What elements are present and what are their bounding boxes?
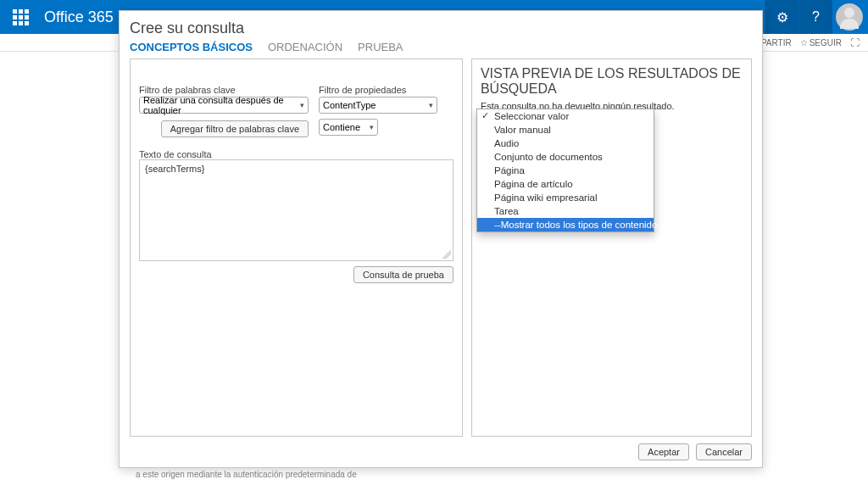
content-type-dropdown: Seleccionar valor Valor manual Audio Con… — [476, 109, 654, 232]
keyword-filter-select[interactable]: Realizar una consulta después de cualqui… — [139, 97, 309, 114]
property-filter-select[interactable]: ContentType ▾ — [319, 97, 437, 114]
preview-title: VISTA PREVIA DE LOS RESULTADOS DE BÚSQUE… — [481, 66, 743, 98]
dialog-footer: Aceptar Cancelar — [130, 437, 752, 460]
help-button[interactable]: ? — [798, 0, 832, 34]
add-keyword-filter-button[interactable]: Agregar filtro de palabras clave — [161, 120, 309, 137]
basics-panel: Filtro de palabras clave Realizar una co… — [130, 59, 463, 437]
dropdown-option[interactable]: Audio — [477, 137, 654, 150]
dialog-title: Cree su consulta — [130, 20, 752, 37]
dropdown-option[interactable]: Seleccionar valor — [477, 109, 654, 123]
dialog-columns: Filtro de palabras clave Realizar una co… — [130, 59, 752, 437]
tab-basics[interactable]: CONCEPTOS BÁSICOS — [130, 41, 253, 53]
avatar[interactable] — [836, 3, 863, 31]
query-builder-dialog: Cree su consulta CONCEPTOS BÁSICOS ORDEN… — [119, 10, 763, 468]
property-filter-label: Filtro de propiedades — [319, 85, 437, 95]
chevron-down-icon: ▾ — [300, 101, 304, 109]
query-text-value: {searchTerms} — [145, 164, 204, 174]
keyword-filter-value: Realizar una consulta después de cualqui… — [143, 95, 295, 115]
settings-button[interactable]: ⚙ — [765, 0, 798, 34]
cancel-button[interactable]: Cancelar — [696, 443, 752, 460]
dropdown-option[interactable]: Conjunto de documentos — [477, 150, 654, 164]
tab-sorting[interactable]: ORDENACIÓN — [268, 41, 342, 53]
dropdown-option[interactable]: Tarea — [477, 204, 654, 218]
test-query-button[interactable]: Consulta de prueba — [353, 266, 453, 283]
chevron-down-icon: ▾ — [429, 101, 433, 109]
dialog-tabs: CONCEPTOS BÁSICOS ORDENACIÓN PRUEBA — [130, 41, 752, 53]
chevron-down-icon: ▾ — [370, 123, 374, 131]
gear-icon: ⚙ — [776, 9, 788, 25]
property-operator-value: Contiene — [323, 122, 360, 132]
tab-test[interactable]: PRUEBA — [358, 41, 403, 53]
dropdown-option-highlighted[interactable]: --Mostrar todos los tipos de contenido-- — [477, 218, 654, 231]
fullpage-icon[interactable] — [850, 37, 860, 47]
dropdown-option[interactable]: Página de artículo — [477, 177, 654, 191]
waffle-icon — [13, 9, 29, 25]
dropdown-option[interactable]: Valor manual — [477, 123, 654, 137]
resize-grip-icon[interactable] — [442, 250, 451, 259]
follow-link[interactable]: SEGUIR — [800, 38, 842, 47]
dropdown-option[interactable]: Página — [477, 164, 654, 177]
follow-label: SEGUIR — [810, 38, 842, 47]
dropdown-option[interactable]: Página wiki empresarial — [477, 191, 654, 204]
app-launcher[interactable] — [0, 9, 41, 25]
property-filter-value: ContentType — [323, 100, 376, 110]
query-text-label: Texto de consulta — [139, 149, 453, 159]
ok-button[interactable]: Aceptar — [638, 443, 689, 460]
suite-bar-right: ⚙ ? — [765, 0, 868, 34]
property-operator-select[interactable]: Contiene ▾ — [319, 119, 378, 136]
brand-label: Office 365 — [41, 8, 114, 26]
query-text-input[interactable]: {searchTerms} — [139, 159, 453, 261]
bg-line2: a este origen mediante la autenticación … — [136, 469, 378, 480]
question-icon: ? — [812, 9, 820, 25]
keyword-filter-label: Filtro de palabras clave — [139, 85, 309, 95]
